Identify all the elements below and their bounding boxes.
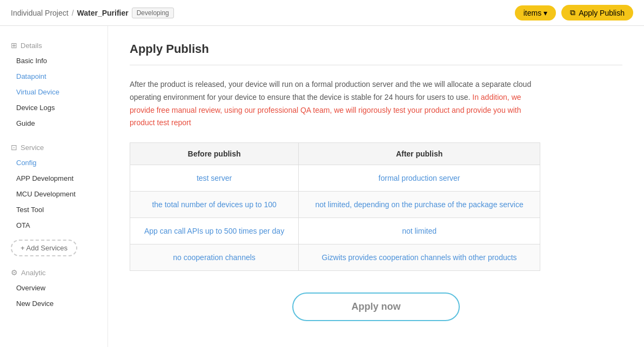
apply-now-button[interactable]: Apply now <box>292 292 460 321</box>
sidebar-details-label: Details <box>21 42 42 50</box>
table-row: App can call APIs up to 500 times per da… <box>130 218 540 244</box>
status-badge: Developing <box>132 8 174 18</box>
sidebar-item-config[interactable]: Config <box>0 155 108 171</box>
sidebar-item-overview[interactable]: Overview <box>0 280 108 296</box>
sidebar-item-app-development[interactable]: APP Development <box>0 171 108 186</box>
sidebar-item-test-tool[interactable]: Test Tool <box>0 202 108 217</box>
breadcrumb-separator: / <box>72 9 74 17</box>
breadcrumb: Individual Project / Water_Purifier Deve… <box>11 8 174 18</box>
before-cell: the total number of devices up to 100 <box>130 192 299 218</box>
items-button[interactable]: items ▾ <box>515 5 556 21</box>
after-cell: Gizwits provides cooperation channels wi… <box>299 244 540 271</box>
before-cell: test server <box>130 165 299 192</box>
sidebar-section-details: ⊞ Details <box>0 37 108 53</box>
col1-header: Before publish <box>130 143 299 165</box>
sidebar-analytic-label: Analytic <box>21 269 46 277</box>
sidebar-section-analytic: ⚙ Analytic <box>0 264 108 280</box>
sidebar-item-new-device[interactable]: New Device <box>0 296 108 311</box>
title-divider <box>130 65 622 65</box>
header: Individual Project / Water_Purifier Deve… <box>0 0 644 26</box>
table-row: no cooperation channelsGizwits provides … <box>130 244 540 271</box>
description-part1: After the product is released, your devi… <box>130 80 531 101</box>
publish-label: Apply Publish <box>579 9 625 17</box>
header-actions: items ▾ ⧉ Apply Publish <box>515 5 633 21</box>
service-icon: ⊡ <box>11 143 17 152</box>
sidebar-section-service: ⊡ Service <box>0 139 108 155</box>
before-cell: App can call APIs up to 500 times per da… <box>130 218 299 244</box>
sidebar-item-device-logs[interactable]: Device Logs <box>0 100 108 115</box>
details-icon: ⊞ <box>11 41 17 50</box>
apply-publish-button[interactable]: ⧉ Apply Publish <box>561 5 633 21</box>
individual-project-link[interactable]: Individual Project <box>11 9 69 17</box>
items-label: items <box>524 9 541 17</box>
sidebar: ⊞ Details Basic Info Datapoint Virtual D… <box>0 26 108 347</box>
table-row: test serverformal production server <box>130 165 540 192</box>
description-text: After the product is released, your devi… <box>130 78 540 130</box>
sidebar-item-guide[interactable]: Guide <box>0 115 108 131</box>
sidebar-item-virtual-device[interactable]: Virtual Device <box>0 84 108 100</box>
add-services-label: + Add Services <box>21 244 68 252</box>
sidebar-service-label: Service <box>21 144 44 152</box>
comparison-table: Before publish After publish test server… <box>130 142 540 271</box>
after-cell: not limited, depending on the purchase o… <box>299 192 540 218</box>
sidebar-item-datapoint[interactable]: Datapoint <box>0 69 108 84</box>
after-cell: formal production server <box>299 165 540 192</box>
sidebar-item-basic-info[interactable]: Basic Info <box>0 53 108 69</box>
product-name: Water_Purifier <box>77 9 129 17</box>
add-services-button[interactable]: + Add Services <box>11 240 77 256</box>
after-cell: not limited <box>299 218 540 244</box>
page-title: Apply Publish <box>130 42 622 56</box>
sidebar-item-mcu-development[interactable]: MCU Development <box>0 186 108 202</box>
dropdown-arrow-icon: ▾ <box>544 9 547 17</box>
before-cell: no cooperation channels <box>130 244 299 271</box>
main-content: Apply Publish After the product is relea… <box>108 26 644 347</box>
table-row: the total number of devices up to 100not… <box>130 192 540 218</box>
apply-now-container: Apply now <box>130 292 622 321</box>
col2-header: After publish <box>299 143 540 165</box>
analytic-icon: ⚙ <box>11 268 18 277</box>
sidebar-item-ota[interactable]: OTA <box>0 217 108 233</box>
layout: ⊞ Details Basic Info Datapoint Virtual D… <box>0 26 644 347</box>
external-link-icon: ⧉ <box>570 8 575 17</box>
